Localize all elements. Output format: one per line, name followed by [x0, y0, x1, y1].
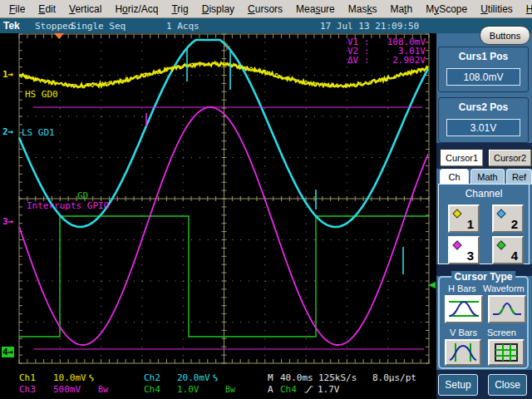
sample-rate: 125kS/s	[318, 372, 357, 383]
menu-item[interactable]: Edit	[32, 2, 62, 17]
waveform-cursor-button[interactable]	[488, 295, 526, 323]
hbars-cursor-icon	[447, 298, 480, 320]
close-button[interactable]: Close	[488, 374, 527, 396]
menu-item[interactable]: Display	[195, 2, 241, 17]
status-bar: Tek Stopped Single Seq 1 Acqs 17 Jul 13 …	[0, 18, 532, 33]
cursor2-position-panel: Curs2 Pos 3.01V	[438, 97, 529, 143]
menu-item-mnemonic: H	[526, 3, 532, 15]
menu-item[interactable]: Vertical	[62, 2, 108, 17]
channel-marker: 4→	[2, 347, 14, 357]
menu-item-text: M	[426, 3, 434, 15]
menu-item-text: ile	[15, 3, 25, 15]
menu-item-text: isplay	[209, 3, 234, 15]
oscilloscope-application-window: File Edit Vertical Horiz/Acq Trig Displa…	[0, 0, 532, 399]
cursor-dv-value: 2.902V	[392, 56, 426, 65]
menu-bar: File Edit Vertical Horiz/Acq Trig Displa…	[0, 0, 532, 18]
channel-number: 4	[511, 249, 518, 263]
screen-cursor-button[interactable]	[488, 339, 525, 366]
channel-button[interactable]: 3	[448, 236, 480, 264]
ch3-label: Ch3	[19, 384, 36, 395]
channel-color-diamond-icon	[496, 240, 505, 249]
graticule-and-waveforms	[0, 33, 436, 366]
channel-marker: 2→	[2, 126, 14, 137]
waveform-label: Interrupts GPIO	[27, 200, 109, 211]
menu-item[interactable]: Trig	[165, 2, 195, 17]
waveform-display: HS GD0LS GD1GDInterrupts GPIO1→2→3→4→ V1…	[0, 33, 436, 399]
acquisition-state: Stopped	[35, 21, 73, 32]
menu-item-mnemonic: o	[122, 3, 128, 15]
menu-item[interactable]: Masks	[342, 2, 384, 17]
menu-item-text: Ma	[390, 3, 404, 15]
vbars-cursor-button[interactable]	[445, 339, 481, 366]
waveform-label: HS GD0	[25, 89, 58, 100]
cursor1-position-title: Curs1 Pos	[439, 51, 528, 62]
menu-item-text: H	[115, 3, 122, 15]
buttons-button[interactable]: Buttons	[480, 26, 530, 45]
menu-item[interactable]: Cursors	[241, 2, 289, 17]
menu-item-text: Mas	[348, 3, 367, 15]
cursor1-position-panel: Curs1 Pos 108.0mV	[438, 47, 529, 92]
cursor1-position-field[interactable]: 108.0mV	[446, 68, 520, 86]
timebase-value: 40.0ms	[280, 372, 313, 383]
channel-button[interactable]: 1	[448, 204, 480, 233]
ac-coupling-icon	[88, 374, 95, 382]
timebase-label: M	[268, 372, 273, 383]
tab-math[interactable]: Math	[470, 169, 505, 185]
channel-number: 3	[467, 249, 474, 263]
waveform-cursor-icon	[491, 299, 523, 319]
datetime: 17 Jul 13 21:09:50	[320, 21, 419, 32]
setup-button[interactable]: Setup	[438, 374, 478, 396]
menu-item-text: h	[406, 3, 412, 15]
channel-button[interactable]: 4	[492, 236, 524, 264]
channel-button[interactable]: 2	[492, 204, 524, 233]
cursor2-button[interactable]: Cursor2	[488, 149, 532, 167]
sample-resolution: 8.0µs/pt	[372, 372, 416, 383]
vbars-label: V Bars	[450, 328, 477, 337]
ch2-label: Ch2	[144, 372, 160, 383]
trigger-level: 1.7V	[318, 384, 340, 395]
menu-item[interactable]: Help	[520, 2, 532, 17]
menu-item[interactable]: Horiz/Acq	[108, 2, 165, 17]
menu-item-text: ure	[320, 3, 334, 15]
menu-item[interactable]: MyScope	[419, 2, 474, 17]
cursor1-button[interactable]: Cursor1	[440, 149, 484, 167]
screen-cursor-icon	[492, 342, 520, 362]
menu-item-text: rig	[177, 3, 188, 15]
rising-edge-icon	[304, 386, 313, 393]
tab-ch[interactable]: Ch	[440, 169, 469, 185]
control-sidebar: Curs1 Pos 108.0mV Curs2 Pos 3.01V Cursor…	[436, 33, 532, 399]
ch4-scale: 1.0V	[177, 384, 200, 395]
menu-item-text: riz/Acq	[128, 3, 159, 15]
menu-item-text: ertical	[75, 3, 101, 15]
channel-marker: 3→	[2, 216, 14, 227]
ch3-scale: 500mV	[53, 384, 81, 395]
screen-label: Screen	[487, 328, 516, 337]
hbars-label: H Bars	[448, 283, 476, 293]
menu-item[interactable]: File	[2, 2, 32, 17]
menu-item-text: tilities	[488, 3, 513, 15]
acquisition-mode: Single Seq	[71, 21, 126, 32]
tab-ref[interactable]: Ref	[506, 169, 532, 185]
acquisition-count: 1 Acqs	[166, 21, 200, 32]
ch4-bandwidth-badge: Bw	[225, 384, 235, 395]
channel-number: 1	[467, 217, 474, 231]
ch1-scale: 10.0mV	[53, 372, 86, 383]
menu-item-mnemonic: U	[480, 3, 488, 15]
channel-number: 2	[511, 217, 518, 231]
cursor-readout: V1 :108.0mV V2 :3.01V ΔV :2.902V	[347, 37, 426, 65]
tek-logo: Tek	[3, 20, 20, 32]
cursor2-position-field[interactable]: 3.01V	[446, 119, 520, 136]
menu-item-mnemonic: C	[248, 3, 255, 15]
channel-section-title: Channel	[439, 188, 529, 200]
menu-item[interactable]: Measure	[289, 2, 342, 17]
ch4-label: Ch4	[144, 384, 160, 395]
menu-item[interactable]: Math	[383, 2, 419, 17]
cursor-dv-label: ΔV :	[347, 56, 370, 65]
hbars-cursor-button[interactable]	[445, 295, 483, 323]
channel-readouts: Ch1 10.0mV Ch2 20.0mV M 40.0ms 125kS/s 8…	[0, 367, 436, 399]
trigger-source: Ch4	[280, 384, 297, 395]
menu-item[interactable]: Utilities	[474, 2, 520, 17]
ch1-label: Ch1	[19, 372, 36, 383]
channel-color-diamond-icon	[496, 209, 505, 218]
channel-color-diamond-icon	[452, 240, 461, 249]
